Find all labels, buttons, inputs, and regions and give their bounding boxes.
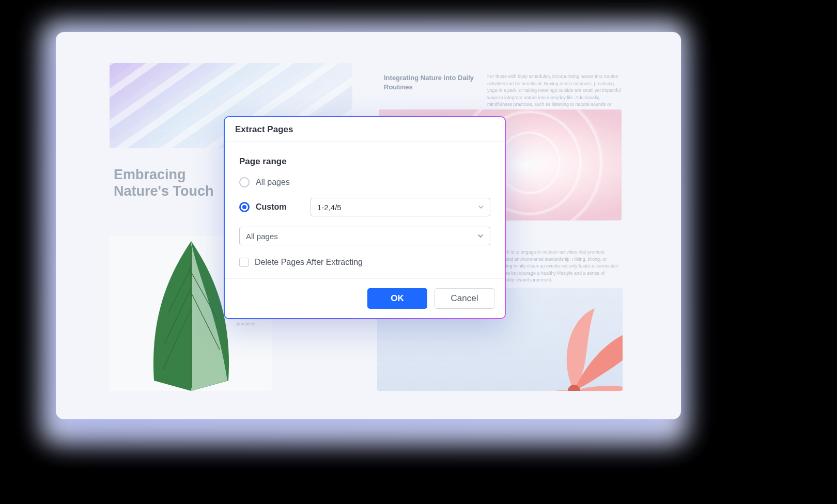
document-title: Embracing Nature's Touch: [114, 166, 213, 200]
extract-pages-dialog: Extract Pages Page range All pages Custo…: [224, 116, 506, 319]
pages-dropdown-value: All pages: [246, 232, 278, 241]
delete-after-extract-label: Delete Pages After Extracting: [255, 258, 363, 267]
custom-range-input[interactable]: 1-2,4/5: [311, 198, 490, 216]
delete-after-extract-checkbox[interactable]: [239, 258, 249, 267]
radio-all-pages-label: All pages: [256, 178, 290, 187]
section-paragraph-2: r approach is to engage in outdoor activ…: [487, 249, 622, 284]
dialog-title: Extract Pages: [225, 117, 505, 142]
radio-all-pages[interactable]: [239, 177, 250, 187]
app-window: Embracing Nature's Touch Integrating Nat…: [56, 32, 681, 419]
radio-custom[interactable]: [239, 202, 250, 212]
chevron-down-icon: [477, 233, 484, 239]
custom-range-value: 1-2,4/5: [317, 203, 342, 212]
section-heading: Integrating Nature into Daily Routines: [384, 73, 477, 92]
practices-label: practices.: [237, 321, 257, 326]
ok-button[interactable]: OK: [367, 288, 427, 309]
radio-custom-label: Custom: [256, 202, 287, 212]
cancel-button[interactable]: Cancel: [435, 288, 494, 309]
page-range-label: Page range: [239, 156, 490, 167]
chevron-down-icon: [478, 204, 484, 210]
pages-dropdown[interactable]: All pages: [239, 227, 490, 245]
